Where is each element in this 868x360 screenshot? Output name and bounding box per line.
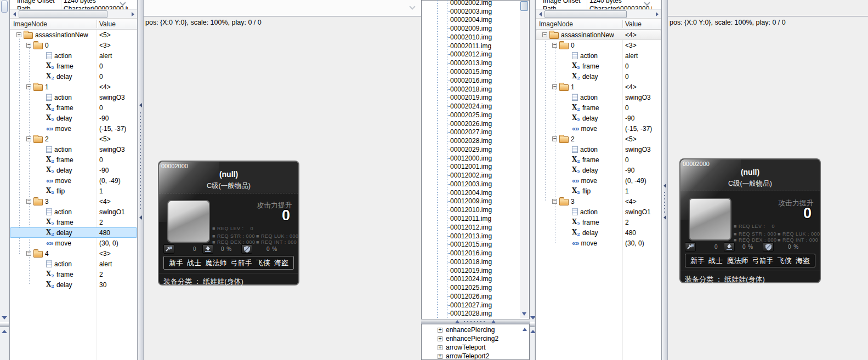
tree-row[interactable]: frame 0 [536, 155, 661, 165]
scrollbar-thumb[interactable] [19, 10, 107, 18]
expand-toggle[interactable] [26, 43, 31, 48]
tree-row[interactable]: 1 <4> [10, 82, 137, 92]
tree-row[interactable]: action swingO1 [536, 207, 661, 217]
chevron-down-icon[interactable] [409, 3, 415, 9]
tree-row[interactable]: move (30, 0) [536, 238, 661, 248]
img-file-item[interactable]: 00002009.img [422, 24, 520, 33]
collapse-up-icon[interactable] [455, 320, 459, 323]
expand-toggle[interactable] [542, 32, 547, 37]
splitter-grip[interactable] [664, 192, 665, 213]
img-file-item[interactable]: 00012012.img [422, 223, 520, 232]
preview-canvas[interactable]: pos: {X:0 Y:0}, scale: 100%, play: 0 / 0… [668, 0, 868, 360]
img-file-item[interactable]: 00012002.img [422, 171, 520, 180]
img-file-item[interactable]: 00012004.img [422, 188, 520, 197]
img-file-item[interactable]: 00002018.img [422, 85, 520, 94]
scroll-right-icon[interactable] [653, 10, 661, 19]
horizontal-scrollbar[interactable] [10, 9, 137, 18]
splitter-grip[interactable] [140, 112, 141, 211]
expand-toggle[interactable] [26, 251, 31, 256]
strip-splitter[interactable] [530, 322, 535, 327]
tree-row[interactable]: assassinationNew <5> [10, 30, 137, 40]
tree-row[interactable]: frame 2 [10, 217, 137, 227]
tree-row[interactable]: action alert [10, 259, 137, 269]
skill-tree-item[interactable]: enhancePiercing2 [422, 334, 520, 343]
img-file-item[interactable]: 00002026.img [422, 119, 520, 128]
img-file-item[interactable]: 00012019.img [422, 266, 520, 275]
tree-row[interactable]: delay -90 [536, 113, 661, 123]
skill-tree-item[interactable]: arrowTeleport [422, 343, 520, 352]
img-file-item[interactable]: 00002016.img [422, 76, 520, 85]
property-row[interactable]: Path Character\00002000.img [10, 4, 128, 9]
img-file-item[interactable]: 00012018.img [422, 258, 520, 266]
img-file-item[interactable]: 00002028.img [422, 136, 520, 145]
expand-toggle[interactable] [438, 354, 442, 359]
img-file-item[interactable]: 00012024.img [422, 275, 520, 284]
img-file-item[interactable]: 00012016.img [422, 249, 520, 258]
scroll-right-icon[interactable] [128, 10, 137, 19]
img-file-item[interactable]: 00002010.img [422, 33, 520, 42]
tree-row[interactable]: move (-15, -37) [536, 123, 661, 134]
tree-row[interactable]: action swingO3 [536, 92, 661, 102]
tree-row[interactable]: action swingO1 [10, 207, 137, 217]
expand-toggle[interactable] [26, 84, 31, 89]
img-file-item[interactable]: 00002027.img [422, 128, 520, 136]
vertical-scrollbar[interactable] [520, 1, 529, 318]
tree-column-header[interactable]: ImageNode Value [536, 18, 661, 30]
tree-row[interactable]: move (30, 0) [10, 238, 137, 248]
expand-toggle[interactable] [16, 32, 21, 37]
tree-row[interactable]: delay 0 [536, 71, 661, 82]
scrollbar-thumb[interactable] [520, 1, 528, 11]
collapse-left-icon[interactable] [139, 215, 142, 220]
skill-tree-item[interactable]: arrowTeleport2 [422, 352, 520, 360]
tree-row[interactable]: 2 <5> [536, 134, 661, 144]
tree-row[interactable]: frame 0 [536, 102, 661, 113]
tree-row[interactable]: move (0, -49) [10, 175, 137, 186]
img-file-item[interactable]: 00002012.img [422, 50, 520, 59]
expand-toggle[interactable] [552, 136, 557, 141]
expand-toggle[interactable] [438, 328, 442, 333]
img-file-item[interactable]: 00012026.img [422, 292, 520, 301]
tree-row[interactable]: move (-15, -37) [10, 123, 137, 134]
img-file-item[interactable]: 00012027.img [422, 301, 520, 310]
collapse-panel-button[interactable] [1, 1, 8, 13]
tree-row[interactable]: 2 <5> [10, 134, 137, 144]
column-imagenode[interactable]: ImageNode [13, 20, 47, 28]
horizontal-scrollbar[interactable] [536, 9, 661, 18]
tree-row[interactable]: delay -90 [10, 165, 137, 175]
img-file-item[interactable]: 00002025.img [422, 111, 520, 119]
img-file-item[interactable]: 00002003.img [422, 7, 520, 16]
img-file-item[interactable]: 00012000.img [422, 154, 520, 163]
tree-row[interactable]: flip 1 [536, 186, 661, 196]
scrollbar-thumb[interactable] [544, 10, 627, 18]
expand-toggle[interactable] [26, 199, 31, 204]
expand-toggle[interactable] [552, 199, 557, 204]
tree-row[interactable]: assassinationNew <4> [536, 30, 661, 40]
vertical-splitter[interactable] [662, 0, 668, 360]
tree-row[interactable]: frame 0 [10, 61, 137, 71]
img-file-item[interactable]: 00012011.img [422, 214, 520, 223]
tree-row[interactable]: 3 <4> [10, 196, 137, 207]
tree-row[interactable]: delay 480 [536, 227, 661, 238]
scroll-left-icon[interactable] [10, 10, 19, 19]
collapse-left-icon[interactable] [663, 215, 666, 220]
img-file-item[interactable]: 00012013.img [422, 232, 520, 241]
skill-tree-item[interactable]: enhancePiercing [422, 325, 520, 334]
tree-row[interactable]: 3 <4> [536, 196, 661, 207]
img-file-item[interactable]: 00002024.img [422, 102, 520, 111]
splitter-grip[interactable] [464, 321, 487, 322]
img-file-item[interactable]: 00002019.img [422, 93, 520, 102]
horizontal-splitter[interactable] [421, 319, 530, 324]
tree-row[interactable]: 0 <3> [536, 40, 661, 50]
tree-row[interactable]: frame 2 [536, 217, 661, 227]
column-divider[interactable] [622, 20, 623, 28]
preview-canvas[interactable]: pos: {X:0 Y:0}, scale: 100%, play: 0 / 0… [144, 0, 421, 360]
column-divider[interactable] [97, 20, 97, 28]
tree-row[interactable]: delay 30 [10, 279, 137, 290]
expand-toggle[interactable] [552, 84, 557, 89]
tree-row[interactable]: action alert [10, 50, 137, 61]
tree-row[interactable]: frame 0 [10, 155, 137, 165]
tree-row[interactable]: delay -90 [536, 165, 661, 175]
tree-row[interactable]: move (0, -49) [536, 175, 661, 186]
collapse-left-icon[interactable] [139, 103, 142, 107]
tree-row[interactable]: action swingO3 [10, 92, 137, 102]
